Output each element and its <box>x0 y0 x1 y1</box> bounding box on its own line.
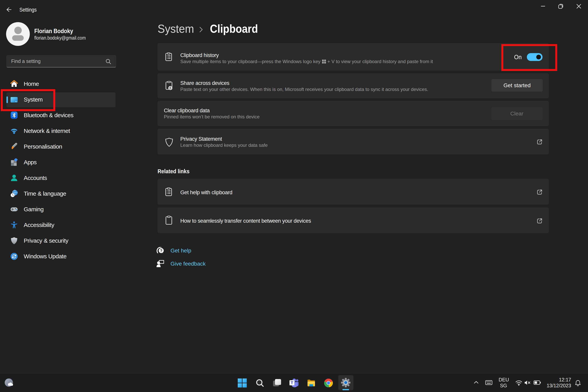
svg-text:?: ? <box>160 248 162 253</box>
